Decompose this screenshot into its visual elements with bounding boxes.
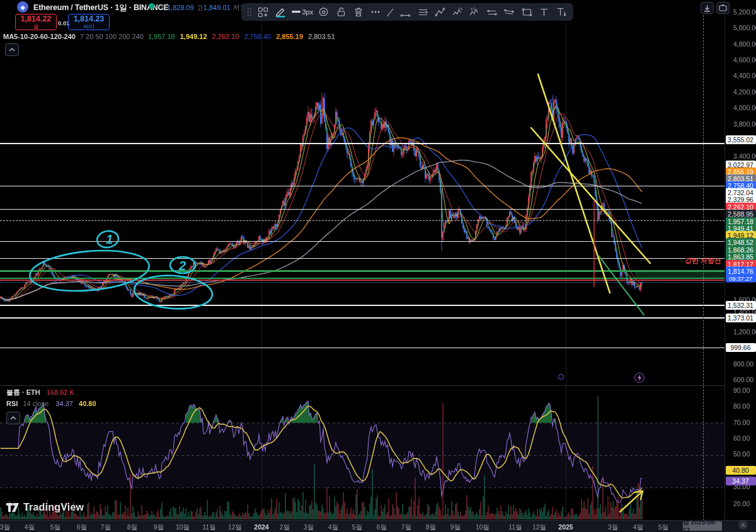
drag-handle-icon[interactable]: [245, 4, 254, 20]
time-axis-label: 2025: [558, 523, 573, 531]
time-axis-label: 10월: [176, 523, 190, 532]
yellow-trendline-2[interactable]: [531, 128, 650, 263]
ellipse-1[interactable]: [28, 246, 151, 295]
watermark-text: TradingView: [23, 502, 84, 513]
price-axis-label: 1,200.00: [733, 328, 756, 336]
time-axis-label: 5월: [658, 523, 668, 532]
ma-value: 1,949.12: [180, 33, 207, 40]
svg-text:A C: A C: [471, 7, 476, 11]
price-badge: 999.66: [726, 343, 756, 352]
time-axis-label: 11월: [202, 523, 215, 532]
tradingview-logo-icon: [6, 501, 20, 514]
tradingview-chart-app: { "header": { "symbol_title": "Ethereum …: [0, 0, 756, 532]
screenshot-button[interactable]: [716, 2, 730, 14]
time-axis-label: 12월: [228, 523, 242, 532]
time-axis-label: 11월: [508, 523, 522, 532]
time-axis-label: 8월: [127, 523, 137, 532]
text-tool-icon[interactable]: [536, 4, 553, 20]
line-weight-value[interactable]: 3px: [302, 8, 313, 16]
stylus-icon[interactable]: [385, 4, 396, 20]
template-grid-icon[interactable]: [255, 4, 272, 20]
trend-line-tool-icon[interactable]: [398, 4, 414, 20]
rsi-badge: 34.37: [726, 477, 756, 485]
polyline-tool-icon[interactable]: [432, 4, 449, 20]
price-axis-label: 90.00: [733, 387, 750, 394]
ohlc-values: 시1,828.09고1,849.01저1,790.0: [160, 3, 243, 13]
ma-legend-values: 1,957.181,949.122,262.102,758.402,855.19…: [148, 33, 340, 40]
price-axis-label: 600.00: [733, 376, 753, 383]
price-badge: 1,373.01: [726, 314, 756, 322]
volume-legend-title: 볼륨 · ETH: [6, 388, 40, 396]
sell-label: 셀: [33, 24, 39, 30]
volume-indicator-legend[interactable]: 볼륨 · ETH 168.62 K: [6, 388, 74, 397]
chevron-up-icon: [10, 416, 16, 420]
rsi-value: 34.37: [55, 400, 73, 407]
price-axis-label: 70.00: [733, 419, 750, 426]
elliott-wave-tool-icon[interactable]: 1 5: [449, 4, 466, 20]
pattern-tool-icon[interactable]: A C: [467, 4, 483, 20]
crosshair-date-badge: 금 2025-06-13: [683, 521, 722, 531]
price-axis-label: 4,400.00: [733, 72, 756, 79]
price-axis[interactable]: 5,200.005,000.004,800.004,600.004,400.00…: [724, 0, 756, 520]
ma-value: 2,758.40: [244, 33, 271, 40]
symbol-title[interactable]: Ethereum / TetherUS · 1일 · BINANCE: [33, 3, 169, 13]
pencil-tool-icon[interactable]: [272, 4, 289, 20]
price-axis-label: 80.00: [733, 402, 750, 410]
price-axis-label: 800.00: [733, 360, 753, 368]
ma-value: 2,855.19: [276, 33, 303, 40]
ma-value: 2,262.10: [212, 33, 239, 40]
tradingview-watermark: TradingView: [6, 501, 84, 514]
price-axis-label: 4,600.00: [733, 56, 756, 64]
buy-button[interactable]: 1,814.23 바이: [68, 14, 110, 30]
volume-legend-value: 168.62 K: [47, 388, 74, 396]
pane-collapse-button-rsi[interactable]: [6, 412, 20, 424]
svg-text:1 5: 1 5: [458, 7, 462, 11]
ellipse-2[interactable]: [133, 273, 213, 312]
time-axis-label: 2월: [280, 523, 290, 532]
green-trendline[interactable]: [598, 256, 644, 315]
spread-value: 0.01: [58, 20, 67, 26]
circled-number-1: 1: [106, 232, 113, 246]
anchored-text-tool-icon[interactable]: [554, 4, 570, 20]
color-settings-icon[interactable]: [316, 4, 332, 20]
circled-number-2: 2: [178, 259, 186, 273]
time-axis-label: 5월: [352, 523, 362, 532]
ma-indicator-legend[interactable]: MA5-10-20-60-120-240 7 20 50 100 200 240…: [3, 33, 340, 40]
time-axis-label: 3월: [608, 523, 618, 532]
buy-label: 바이: [84, 24, 94, 30]
pane-separator[interactable]: [0, 385, 724, 386]
download-button[interactable]: [701, 2, 714, 14]
auto-scale-button[interactable]: A: [738, 520, 748, 529]
price-axis-label: 4,000.00: [733, 104, 756, 111]
time-axis[interactable]: 3월4월5월6월7월8월9월10월11월12월20242월3월4월5월6월7월8…: [0, 520, 756, 532]
time-axis-label: 9월: [154, 523, 164, 532]
ma-value: 2,803.51: [308, 33, 335, 40]
pane-collapse-button-main[interactable]: [5, 43, 19, 56]
time-axis-label: 10월: [476, 523, 490, 532]
price-axis-label: 5,000.00: [733, 24, 756, 31]
flat-channel-tool-icon[interactable]: [501, 4, 518, 20]
crosshair-horizontal: [0, 220, 724, 221]
trash-icon[interactable]: [350, 4, 367, 20]
time-axis-label: 9월: [450, 523, 461, 532]
horizontal-lines-tool-icon[interactable]: [415, 4, 431, 20]
rsi-legend-params: 14 close: [23, 400, 49, 407]
rectangle-tool-icon[interactable]: [518, 4, 535, 20]
unlock-icon[interactable]: [333, 4, 350, 20]
line-weight-icon[interactable]: [290, 4, 302, 20]
parallel-channel-tool-icon[interactable]: [484, 4, 500, 20]
indicator-dot-icon[interactable]: [558, 374, 564, 380]
lightning-alert-icon[interactable]: [634, 373, 644, 383]
price-badge: 1,814.7609:37:27: [726, 267, 756, 283]
more-options-icon[interactable]: [368, 4, 384, 20]
time-axis-label: 12월: [532, 523, 546, 532]
symbol-logo[interactable]: ◆: [17, 1, 28, 13]
time-axis-label: 6월: [77, 523, 87, 532]
yellow-trendline-1[interactable]: [538, 74, 610, 293]
price-badge: 1,532.31: [726, 301, 756, 310]
sell-button[interactable]: 1,814.22 셀: [15, 14, 57, 30]
time-axis-label: 6월: [377, 523, 387, 532]
time-axis-label: 4월: [25, 523, 35, 532]
yellow-arrow[interactable]: [620, 491, 643, 512]
rsi-indicator-legend[interactable]: RSI 14 close 34.37 40.80: [6, 400, 96, 407]
